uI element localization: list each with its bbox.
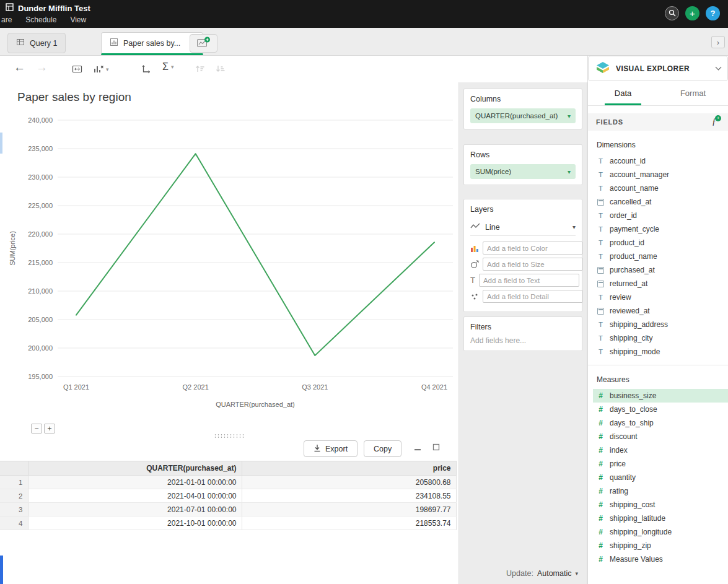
field-label: account_id xyxy=(610,157,646,165)
field-item-review[interactable]: Treview xyxy=(593,290,728,304)
field-item-shipping-longitude[interactable]: #shipping_longitude xyxy=(593,525,728,539)
size-field-input[interactable] xyxy=(483,258,583,271)
field-item-reviewed-at[interactable]: reviewed_at xyxy=(593,304,728,318)
fields-separator xyxy=(588,365,728,365)
expand-table-button[interactable] xyxy=(430,442,442,455)
field-item-product-id[interactable]: Tproduct_id xyxy=(593,236,728,250)
size-icon xyxy=(470,260,479,269)
tab-overflow-button[interactable]: › xyxy=(711,36,725,48)
field-item-order-id[interactable]: Torder_id xyxy=(593,209,728,222)
field-item-shipping-cost[interactable]: #shipping_cost xyxy=(593,498,728,512)
menu-item-share[interactable]: are xyxy=(1,15,12,24)
sort-ascending-button[interactable] xyxy=(195,64,205,74)
export-button[interactable]: Export xyxy=(304,440,357,457)
field-item-shipping-latitude[interactable]: #shipping_latitude xyxy=(593,512,728,525)
search-button[interactable] xyxy=(665,6,679,20)
collapse-table-button[interactable] xyxy=(411,442,424,455)
field-item-shipping-address[interactable]: Tshipping_address xyxy=(593,318,728,331)
pill-label: QUARTER(purchased_at) xyxy=(475,112,558,120)
field-label: index xyxy=(610,446,628,455)
field-label: shipping_longitude xyxy=(610,528,672,536)
color-field-input[interactable] xyxy=(483,242,583,255)
row-number: 4 xyxy=(0,516,28,530)
field-item-discount[interactable]: #discount xyxy=(593,430,728,443)
pane-resize-handle[interactable] xyxy=(214,434,245,438)
field-item-cancelled-at[interactable]: cancelled_at xyxy=(593,195,728,209)
table-row: 22021-04-01 00:00:00234108.55 xyxy=(0,489,456,503)
copy-button[interactable]: Copy xyxy=(364,440,401,457)
table-tab-icon xyxy=(16,38,25,48)
text-type-icon: T xyxy=(597,253,605,260)
layers-shelf: Layers Line ▾ T xyxy=(463,199,582,312)
tab-paper-sales[interactable]: Paper sales by... ⋮ xyxy=(101,32,203,55)
field-item-shipping-zip[interactable]: #shipping_zip xyxy=(593,539,728,552)
tab-query-1[interactable]: Query 1 xyxy=(7,33,66,53)
field-item-payment-cycle[interactable]: Tpayment_cycle xyxy=(593,222,728,236)
menu-item-schedule[interactable]: Schedule xyxy=(25,15,56,24)
y-tick-label: 200,000 xyxy=(28,344,53,352)
table-row: 42021-10-01 00:00:00218553.74 xyxy=(0,516,456,530)
columns-title: Columns xyxy=(470,95,576,103)
field-item-days-to-close[interactable]: #days_to_close xyxy=(593,403,728,416)
layer-type-dropdown[interactable]: Line ▾ xyxy=(470,219,576,236)
aggregate-button[interactable]: Σ ▾ xyxy=(162,61,173,72)
field-item-account-manager[interactable]: Taccount_manager xyxy=(593,168,728,181)
columns-pill[interactable]: QUARTER(purchased_at) ▾ xyxy=(470,108,576,123)
tab-data[interactable]: Data xyxy=(588,81,658,105)
field-label: shipping_city xyxy=(610,334,652,342)
results-table-body: 12021-01-01 00:00:00205800.6822021-04-01… xyxy=(0,476,456,530)
undo-button[interactable]: ← xyxy=(14,61,25,74)
add-button[interactable]: + xyxy=(685,6,699,20)
filters-shelf[interactable]: Filters Add fields here... xyxy=(463,316,582,351)
field-item-shipping-city[interactable]: Tshipping_city xyxy=(593,331,728,345)
explorer-tabs: Data Format xyxy=(588,81,728,106)
number-type-icon: # xyxy=(597,555,605,564)
field-label: shipping_latitude xyxy=(610,514,665,523)
add-calculated-field-button[interactable]: ƒ+ xyxy=(712,117,720,127)
field-label: returned_at xyxy=(610,279,647,288)
swap-axes-button[interactable] xyxy=(141,64,151,74)
field-item-account-name[interactable]: Taccount_name xyxy=(593,181,728,195)
chevron-down-icon: ▾ xyxy=(568,168,571,175)
field-item-shipping-mode[interactable]: Tshipping_mode xyxy=(593,345,728,359)
menu-item-view[interactable]: View xyxy=(70,15,86,24)
field-label: product_name xyxy=(610,252,657,261)
table-row: 32021-07-01 00:00:00198697.77 xyxy=(0,503,456,516)
collapse-icon xyxy=(413,443,422,454)
question-icon: ? xyxy=(711,9,716,18)
field-item-account-id[interactable]: Taccount_id xyxy=(593,154,728,168)
field-item-returned-at[interactable]: returned_at xyxy=(593,277,728,290)
sort-descending-button[interactable] xyxy=(215,64,226,74)
tab-label: Paper sales by... xyxy=(123,39,180,48)
field-item-days-to-ship[interactable]: #days_to_ship xyxy=(593,416,728,430)
chevron-down-icon: ▾ xyxy=(106,66,109,72)
field-item-quantity[interactable]: #quantity xyxy=(593,471,728,484)
redo-button[interactable]: → xyxy=(36,61,48,74)
tab-format[interactable]: Format xyxy=(658,81,728,105)
field-item-business-size[interactable]: #business_size xyxy=(593,389,728,403)
explorer-mode-dropdown[interactable]: VISUAL EXPLORER xyxy=(588,56,728,81)
field-item-product-name[interactable]: Tproduct_name xyxy=(593,250,728,263)
field-item-rating[interactable]: #rating xyxy=(593,484,728,498)
clear-chart-button[interactable]: ▾ xyxy=(93,64,109,74)
field-label: business_size xyxy=(610,391,656,400)
field-item-index[interactable]: #index xyxy=(593,443,728,457)
y-tick-label: 205,000 xyxy=(28,316,53,323)
text-type-icon: T xyxy=(597,225,605,233)
number-type-icon: # xyxy=(597,460,605,468)
number-type-icon: # xyxy=(597,432,605,441)
x-axis-label: QUARTER(purchased_at) xyxy=(216,401,295,408)
field-item-purchased-at[interactable]: purchased_at xyxy=(593,263,728,277)
resize-chart-button[interactable] xyxy=(72,64,83,74)
detail-field-input[interactable] xyxy=(483,290,583,303)
rows-pill[interactable]: SUM(price) ▾ xyxy=(470,164,576,179)
field-item-price[interactable]: #price xyxy=(593,457,728,471)
update-mode-dropdown[interactable]: Automatic xyxy=(537,569,572,578)
field-item-measure-values[interactable]: #Measure Values xyxy=(593,552,728,566)
zoom-in-button[interactable]: + xyxy=(44,424,55,434)
table-cell: 2021-10-01 00:00:00 xyxy=(28,516,242,530)
zoom-out-button[interactable]: − xyxy=(31,424,42,434)
new-chart-tab-button[interactable] xyxy=(190,34,217,53)
text-field-input[interactable] xyxy=(479,274,579,287)
help-button[interactable]: ? xyxy=(706,6,720,20)
